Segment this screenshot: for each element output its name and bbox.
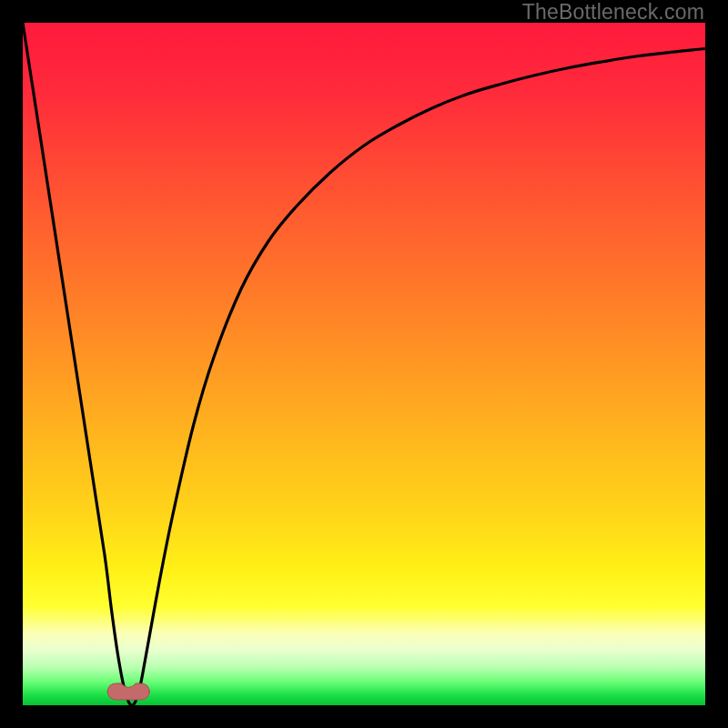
minimum-marker [107, 683, 149, 700]
plot-area [23, 23, 705, 705]
bottleneck-curve [23, 23, 705, 705]
chart-frame: TheBottleneck.com [0, 0, 728, 728]
watermark-text: TheBottleneck.com [522, 0, 704, 25]
curve-layer [23, 23, 705, 705]
